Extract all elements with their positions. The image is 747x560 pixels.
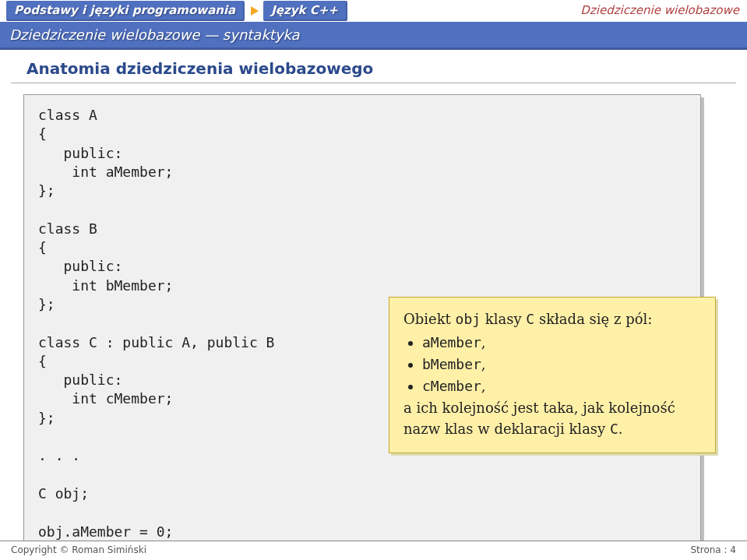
header-tab-left: Podstawy i języki programowania [6,1,245,21]
note-intro: Obiekt obj klasy C składa się z pól: [403,308,701,330]
note-list: aMember, bMember, cMember, [403,332,701,397]
note-intro-post: składa się z pól: [534,311,652,327]
note-box: Obiekt obj klasy C składa się z pól: aMe… [389,297,716,453]
note-item-c: cMember, [422,375,701,397]
note-item-a-name: aMember [422,334,481,350]
note-intro-obj: obj [456,311,481,327]
header-bar: Podstawy i języki programowania Język C+… [0,0,747,22]
footer: Copyright © Roman Simiński Strona : 4 [0,541,747,560]
footer-left: Copyright © Roman Simiński [11,544,146,555]
note-tail-class: C [610,421,618,437]
content-area: class A { public: int aMember; }; class … [0,94,747,560]
note-tail: a ich kolejność jest taka, jak kolejność… [403,397,701,441]
note-tail-pre: a ich kolejność jest taka, jak kolejność… [403,400,675,438]
header-tab-right: Język C++ [263,1,347,21]
note-item-c-name: cMember [422,378,481,394]
triangle-icon [251,6,259,16]
note-item-b: bMember, [422,354,701,375]
note-item-c-sep: , [481,378,486,394]
note-item-b-sep: , [481,356,486,372]
note-tail-post: . [618,421,623,437]
note-item-b-name: bMember [422,356,481,372]
note-intro-pre: Obiekt [403,311,456,327]
note-item-a: aMember, [422,332,701,354]
note-intro-mid: klasy [481,311,526,327]
section-title: Anatomia dziedziczenia wielobazowego [11,50,736,83]
note-intro-class: C [526,311,534,327]
footer-right: Strona : 4 [690,544,736,555]
note-item-a-sep: , [481,334,486,350]
header-right-label: Dziedziczenie wielobazowe [580,3,739,17]
subtitle-bar: Dziedziczenie wielobazowe — syntaktyka [0,22,747,50]
